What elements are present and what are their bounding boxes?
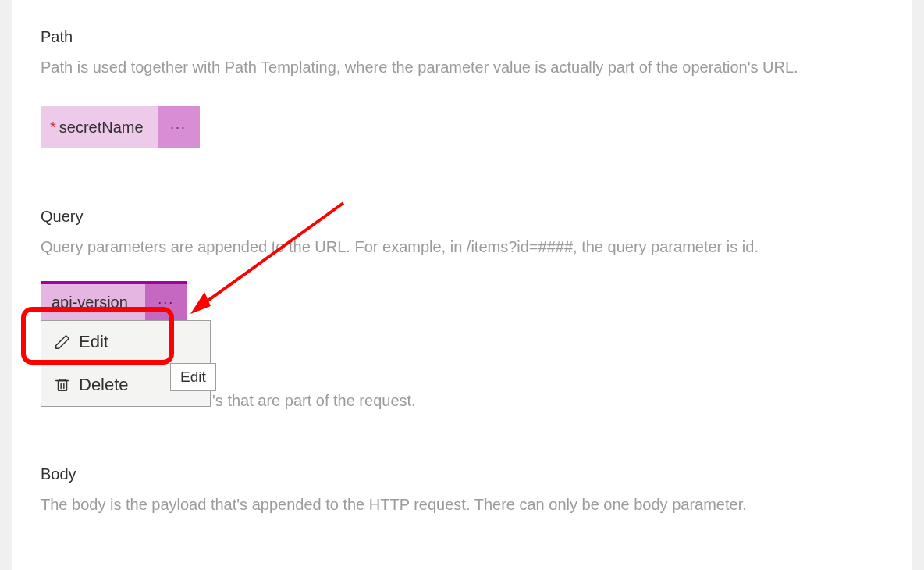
section-query: Query Query parameters are appended to t… [41,208,883,325]
required-marker: * [50,119,56,137]
section-query-desc: Query parameters are appended to the URL… [41,237,883,258]
section-path-desc: Path is used together with Path Templati… [41,57,883,78]
ellipsis-icon: ··· [158,294,174,311]
page-container: Path Path is used together with Path Tem… [12,0,912,570]
svg-rect-0 [59,381,67,391]
pencil-icon [54,333,71,351]
query-param-name: api-version [52,294,128,312]
section-body-desc: The body is the payload that's appended … [41,494,883,515]
query-param-menu-button[interactable]: ··· [145,284,187,320]
query-param-wrap: api-version ··· Edit [41,281,187,325]
context-menu-delete-label: Delete [79,375,129,395]
path-param-menu-button[interactable]: ··· [158,106,200,148]
section-body-title: Body [41,465,883,483]
ellipsis-icon: ··· [170,119,187,136]
path-param-chip: * secretName ··· [41,106,200,148]
trash-icon [54,376,71,394]
section-body: Body The body is the payload that's appe… [41,465,883,515]
path-param-name: secretName [59,119,144,137]
context-menu-edit[interactable]: Edit [41,321,210,363]
query-param-chip: api-version ··· [41,281,187,320]
section-path: Path Path is used together with Path Tem… [41,28,883,153]
path-param-label: * secretName [41,106,158,148]
section-query-title: Query [41,208,883,226]
context-menu-edit-label: Edit [79,332,108,352]
tooltip-edit: Edit [170,363,216,391]
section-path-title: Path [41,28,883,46]
spacer [41,153,883,208]
partial-desc-fragment: 's that are part of the request. [212,392,416,410]
query-param-label: api-version [41,284,145,320]
